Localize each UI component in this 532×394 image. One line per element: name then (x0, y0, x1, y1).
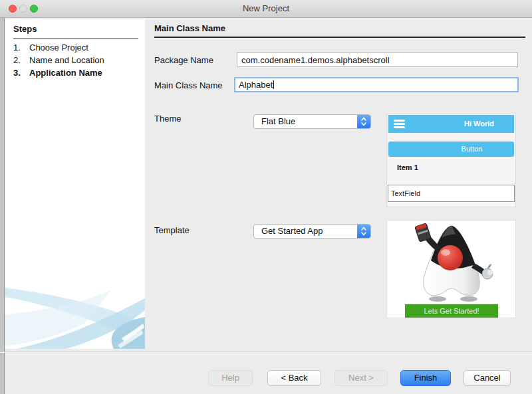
next-button: Next > (334, 370, 388, 386)
help-button: Help (208, 370, 253, 386)
step-number: 1. (13, 41, 29, 54)
text-caret (273, 80, 274, 89)
package-name-label: Package Name (154, 55, 213, 65)
template-selected-value: Get Started App (261, 225, 323, 238)
template-dropdown[interactable]: Get Started App (253, 224, 371, 239)
step-application-name: 3. Application Name (13, 66, 141, 79)
window-title: New Project (0, 0, 532, 17)
step-label: Name and Location (29, 54, 104, 66)
main-class-name-input[interactable]: Alphabet (234, 77, 519, 92)
theme-dropdown[interactable]: Flat Blue (253, 114, 371, 129)
main-class-name-value: Alphabet (239, 80, 273, 90)
preview-textfield: TextField (388, 185, 515, 202)
steps-sidebar: Steps 1. Choose Project 2. Name and Loca… (5, 19, 145, 349)
dropdown-chevrons-icon (357, 115, 370, 128)
step-choose-project: 1. Choose Project (13, 41, 141, 54)
steps-heading: Steps (13, 24, 138, 39)
steps-list: 1. Choose Project 2. Name and Location 3… (13, 41, 141, 79)
hamburger-menu-icon (394, 120, 405, 130)
window-edge (0, 18, 5, 394)
preview-item-label: Item 1 (397, 163, 418, 171)
footer-divider (0, 351, 532, 353)
watermark-swoosh-graphic (5, 282, 145, 349)
cancel-button[interactable]: Cancel (464, 370, 511, 386)
preview-button: Button (388, 142, 514, 157)
panel-heading: Main Class Name (154, 23, 525, 38)
get-started-banner: Lets Get Started! (405, 304, 498, 318)
step-label: Choose Project (29, 41, 88, 54)
finish-button[interactable]: Finish (400, 370, 451, 386)
main-class-name-label: Main Class Name (154, 80, 223, 90)
theme-selected-value: Flat Blue (261, 115, 295, 128)
package-name-value: com.codename1.demos.alphabetscroll (241, 55, 390, 65)
step-number: 2. (13, 54, 29, 66)
template-label: Template (154, 225, 190, 235)
new-project-dialog: New Project Steps 1. Choose Project 2. N… (0, 0, 532, 394)
step-label: Application Name (29, 66, 102, 79)
step-number: 3. (13, 66, 29, 79)
titlebar[interactable]: New Project (0, 0, 532, 18)
dropdown-chevrons-icon (357, 225, 370, 238)
package-name-input[interactable]: com.codename1.demos.alphabetscroll (237, 52, 518, 67)
back-button[interactable]: < Back (267, 370, 321, 386)
preview-titlebar: Hi World (388, 115, 514, 133)
theme-preview-image: Hi World Button Item 1 TextField (386, 114, 516, 207)
theme-label: Theme (154, 114, 181, 124)
preview-title: Hi World (464, 115, 494, 133)
template-preview-image: Lets Get Started! (386, 220, 516, 318)
step-name-location: 2. Name and Location (13, 54, 141, 66)
duke-mascot-icon (408, 223, 495, 303)
